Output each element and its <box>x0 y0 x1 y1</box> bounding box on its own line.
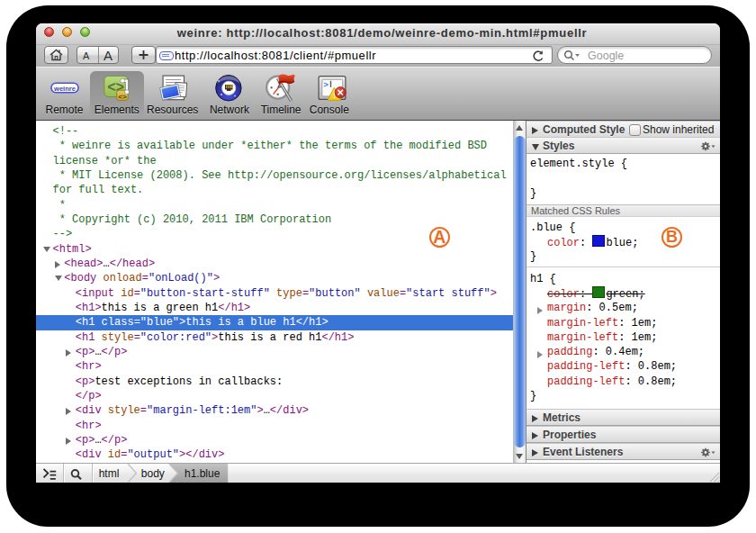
svg-text:>: > <box>323 79 328 89</box>
svg-text:weinre: weinre <box>53 85 76 93</box>
